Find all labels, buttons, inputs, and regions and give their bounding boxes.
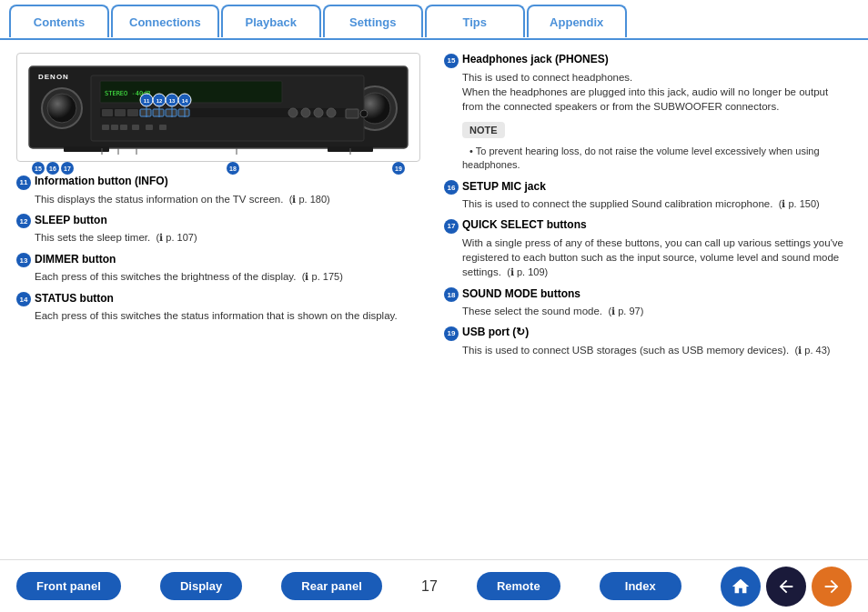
tab-connections[interactable]: Connections <box>111 5 219 37</box>
item-17: 17 QUICK SELECT buttons With a single pr… <box>444 218 852 279</box>
callout-19: 19 <box>392 162 405 175</box>
item-15: 15 Headphones jack (PHONES) This is used… <box>444 53 852 173</box>
home-icon <box>731 577 751 597</box>
item-12: 12 SLEEP button This sets the sleep time… <box>16 214 420 246</box>
callout-15: 15 <box>32 162 45 175</box>
right-column: 15 Headphones jack (PHONES) This is used… <box>435 53 852 557</box>
back-button[interactable] <box>766 567 806 607</box>
svg-point-17 <box>288 108 298 117</box>
svg-rect-26 <box>159 125 167 130</box>
icon-buttons <box>721 567 852 607</box>
svg-text:13: 13 <box>169 98 176 104</box>
svg-point-20 <box>327 108 336 117</box>
tab-settings[interactable]: Settings <box>323 5 423 37</box>
svg-text:12: 12 <box>156 98 163 104</box>
note-label: NOTE <box>462 122 505 138</box>
svg-rect-13 <box>140 109 151 116</box>
svg-point-19 <box>314 108 323 117</box>
svg-rect-23 <box>120 125 127 130</box>
index-button[interactable]: Index <box>600 572 681 600</box>
callout-18: 18 <box>227 162 239 175</box>
page-number: 17 <box>421 578 438 595</box>
tab-appendix[interactable]: Appendix <box>527 5 627 37</box>
tab-contents[interactable]: Contents <box>9 5 109 37</box>
svg-rect-25 <box>146 125 153 130</box>
device-image-container: DENON STEREO -40dB <box>16 53 420 162</box>
svg-rect-11 <box>115 109 126 116</box>
item-14: 14 STATUS button Each press of this swit… <box>16 292 420 324</box>
item-18: 18 SOUND MODE buttons These select the s… <box>444 287 852 319</box>
display-button[interactable]: Display <box>160 572 242 600</box>
svg-point-3 <box>47 94 76 123</box>
svg-rect-16 <box>178 109 189 116</box>
top-navigation: Contents Connections Playback Settings T… <box>0 0 868 40</box>
bottom-navigation: Front panel Display Rear panel 17 Remote… <box>0 559 868 612</box>
callout-17: 17 <box>61 162 74 175</box>
svg-rect-21 <box>102 125 109 130</box>
home-button[interactable] <box>721 567 761 607</box>
front-panel-button[interactable]: Front panel <box>16 572 121 600</box>
svg-point-28 <box>360 110 368 117</box>
svg-text:14: 14 <box>182 98 188 104</box>
svg-text:DENON: DENON <box>38 73 69 81</box>
svg-rect-12 <box>127 109 138 116</box>
left-column: DENON STEREO -40dB <box>16 53 435 557</box>
tab-playback[interactable]: Playback <box>221 5 321 37</box>
svg-text:11: 11 <box>144 98 150 104</box>
svg-rect-15 <box>166 109 177 116</box>
main-content: DENON STEREO -40dB <box>0 40 868 557</box>
note-text: • To prevent hearing loss, do not raise … <box>462 145 820 170</box>
svg-rect-27 <box>346 109 358 118</box>
item-13: 13 DIMMER button Each press of this swit… <box>16 253 420 285</box>
rear-panel-button[interactable]: Rear panel <box>281 572 381 600</box>
device-illustration: DENON STEREO -40dB <box>23 59 414 157</box>
back-icon <box>776 577 796 597</box>
item-19: 19 USB port (↻) This is used to connect … <box>444 326 852 357</box>
forward-icon <box>822 577 842 597</box>
callout-16: 16 <box>46 162 59 175</box>
svg-point-18 <box>301 108 310 117</box>
svg-rect-10 <box>102 109 113 116</box>
item-16: 16 SETUP MIC jack This is used to connec… <box>444 180 852 212</box>
tab-tips[interactable]: Tips <box>425 5 525 37</box>
forward-button[interactable] <box>812 567 852 607</box>
item-11: 11 Information button (INFO) This displa… <box>16 175 420 206</box>
svg-rect-24 <box>132 125 139 130</box>
svg-rect-22 <box>111 125 118 130</box>
remote-button[interactable]: Remote <box>477 572 560 600</box>
svg-rect-14 <box>153 109 164 116</box>
